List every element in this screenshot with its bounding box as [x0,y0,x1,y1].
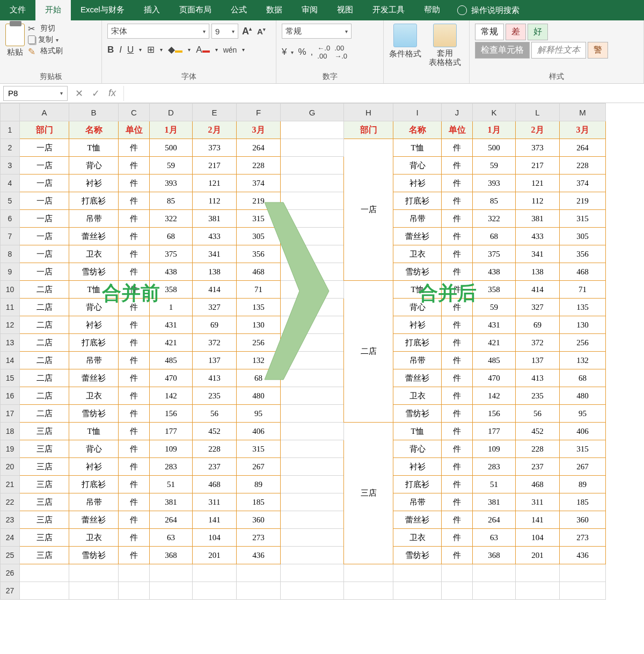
cell[interactable]: 背心 [69,299,119,316]
cell[interactable]: 327 [193,299,237,316]
cell[interactable]: 138 [193,263,237,281]
cell[interactable] [193,582,237,600]
cell[interactable]: 件 [119,263,150,281]
cell[interactable]: 372 [516,334,560,352]
decrease-font-button[interactable]: A▾ [255,27,267,36]
cell[interactable]: 217 [193,157,237,175]
cell[interactable] [344,582,393,600]
style-good[interactable]: 好 [528,24,548,40]
style-warning[interactable]: 警 [588,42,608,59]
accounting-format-button[interactable]: ¥ [282,47,287,57]
cell[interactable]: 背心 [393,157,442,175]
cell[interactable]: 480 [560,387,606,405]
col-header[interactable]: L [516,104,560,121]
cell[interactable]: 109 [473,440,516,458]
tab-file[interactable]: 文件 [0,0,35,20]
cell[interactable]: 件 [119,334,150,352]
row-header[interactable]: 18 [1,423,20,440]
cell[interactable] [281,458,344,476]
cell[interactable]: 背心 [69,157,119,175]
cell[interactable]: 500 [473,139,516,157]
cell-merged-dept[interactable]: 二店 [344,281,393,423]
row-header[interactable]: 22 [1,493,20,511]
cell[interactable]: 480 [237,387,281,405]
cell[interactable]: 吊带 [393,493,442,511]
cell[interactable] [119,582,150,600]
cell[interactable]: 雪纺衫 [393,405,442,423]
cell[interactable]: 一店 [20,139,69,157]
cell[interactable]: 件 [119,228,150,245]
cell[interactable]: 件 [119,405,150,423]
cell[interactable]: T恤 [69,281,119,299]
cell[interactable]: 228 [560,157,606,175]
cell[interactable]: 273 [560,529,606,547]
cell[interactable]: 件 [442,175,473,192]
cell[interactable]: 264 [473,511,516,529]
col-header[interactable]: M [560,104,606,121]
cell[interactable] [237,564,281,582]
cell[interactable] [281,423,344,440]
cell[interactable]: 413 [193,369,237,387]
cell[interactable]: 341 [193,245,237,263]
cell[interactable]: 85 [150,192,193,210]
cell[interactable]: 件 [119,210,150,228]
col-header[interactable]: F [237,104,281,121]
cell[interactable]: 56 [516,405,560,423]
cell[interactable]: 三店 [20,476,69,493]
cell[interactable]: 68 [560,369,606,387]
cell[interactable]: 打底衫 [69,476,119,493]
cell[interactable]: 1月 [473,121,516,139]
cell[interactable]: 吊带 [69,352,119,369]
cell[interactable]: 蕾丝衫 [393,511,442,529]
formula-input[interactable] [123,86,644,101]
cell[interactable]: 375 [473,245,516,263]
cell[interactable]: 51 [473,476,516,493]
cell[interactable] [69,582,119,600]
cell[interactable]: 95 [237,405,281,423]
cell[interactable]: 264 [237,139,281,157]
cell[interactable] [281,387,344,405]
cell[interactable]: 二店 [20,387,69,405]
cell[interactable]: 件 [119,316,150,334]
tab-developer[interactable]: 开发工具 [363,0,414,20]
col-header[interactable]: J [442,104,473,121]
col-header[interactable]: D [150,104,193,121]
cell[interactable] [281,564,344,582]
cell[interactable]: 三店 [20,440,69,458]
cell[interactable]: 89 [560,476,606,493]
cell[interactable] [281,582,344,600]
cell[interactable]: T恤 [393,139,442,157]
row-header[interactable]: 24 [1,529,20,547]
cell[interactable]: 吊带 [393,352,442,369]
cell[interactable] [20,582,69,600]
cell[interactable] [281,493,344,511]
cell[interactable]: 件 [119,476,150,493]
cell[interactable]: 71 [560,281,606,299]
cell[interactable]: 89 [237,476,281,493]
cell[interactable]: 156 [150,405,193,423]
cell[interactable]: 273 [237,529,281,547]
cell[interactable]: 件 [442,192,473,210]
cell[interactable]: 件 [442,547,473,564]
tab-insert[interactable]: 插入 [134,0,170,20]
cell[interactable]: 374 [237,175,281,192]
cell[interactable]: 件 [119,423,150,440]
cell[interactable]: 件 [442,405,473,423]
cell[interactable]: 358 [150,281,193,299]
cell[interactable]: 267 [560,458,606,476]
cell[interactable] [281,121,344,139]
cell[interactable]: 二店 [20,334,69,352]
col-header[interactable]: G [281,104,344,121]
cell[interactable]: 三店 [20,493,69,511]
row-header[interactable]: 17 [1,405,20,423]
cell[interactable]: 452 [193,423,237,440]
cell[interactable]: 雪纺衫 [69,547,119,564]
cell[interactable]: 件 [442,511,473,529]
cell[interactable]: 件 [442,263,473,281]
cell[interactable]: 件 [119,245,150,263]
cell[interactable]: 63 [150,529,193,547]
cell[interactable] [281,139,344,157]
cell[interactable]: 件 [119,547,150,564]
cell[interactable]: 185 [237,493,281,511]
format-painter-button[interactable]: 格式刷 [28,46,63,56]
